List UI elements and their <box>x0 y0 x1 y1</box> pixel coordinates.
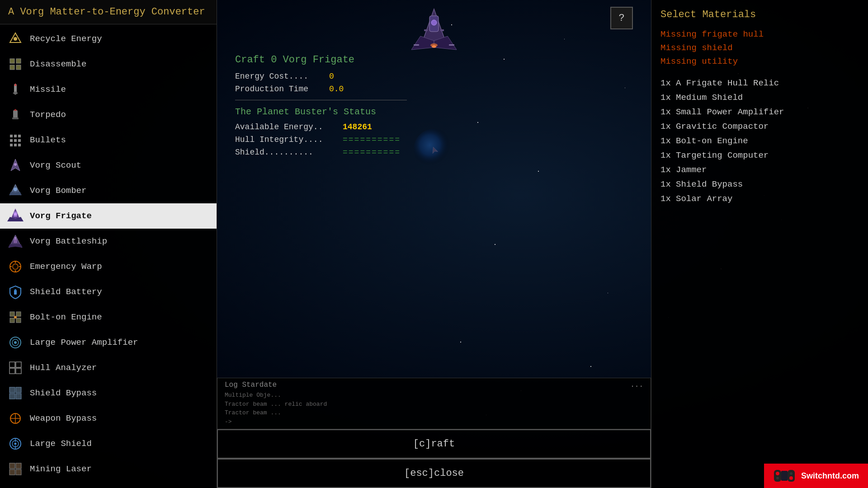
hull-integrity-label: Hull Integrity.... <box>235 135 339 144</box>
svg-point-69 <box>14 443 17 445</box>
svg-rect-2 <box>10 59 14 63</box>
svg-rect-20 <box>14 144 17 146</box>
missing-shield: Missing shield <box>660 43 859 53</box>
svg-point-81 <box>432 45 436 48</box>
list-item-shield-bypass[interactable]: Shield Bypass <box>0 380 217 406</box>
svg-point-53 <box>14 341 17 344</box>
shield-bar: ========== <box>343 148 401 157</box>
material-row-frigate-hull: 1x A Frigate Hull Relic <box>660 78 859 88</box>
material-row-gravitic-compactor: 1x Gravitic Compactor <box>660 122 859 131</box>
svg-point-82 <box>431 20 437 25</box>
list-item-vorg-scout[interactable]: Vorg Scout <box>0 153 217 178</box>
svg-rect-74 <box>9 469 15 475</box>
list-item-emergency-warp-label: Emergency Warp <box>30 262 102 272</box>
svg-rect-48 <box>10 318 14 323</box>
material-row-targeting-computer: 1x Targeting Computer <box>660 150 859 160</box>
vorg-bomber-icon <box>7 183 24 199</box>
list-item-vorg-scout-label: Vorg Scout <box>30 160 81 170</box>
list-item-torpedo[interactable]: Torpedo <box>0 102 217 127</box>
svg-point-32 <box>14 213 17 216</box>
vorg-frigate-icon <box>7 208 24 224</box>
svg-rect-75 <box>16 469 21 475</box>
production-time-row: Production Time 0.0 <box>235 84 407 94</box>
list-item-vorg-bomber[interactable]: Vorg Bomber <box>0 178 217 203</box>
mat-qty-5: 1x <box>660 150 673 160</box>
vorg-battleship-icon <box>7 233 24 249</box>
list-item-mining-laser[interactable]: Mining Laser <box>0 456 217 482</box>
svg-rect-45 <box>14 289 16 291</box>
list-item-disassemble[interactable]: Disassemble <box>0 52 217 77</box>
svg-rect-84 <box>440 29 444 31</box>
svg-rect-13 <box>10 135 13 137</box>
item-list[interactable]: Recycle Energy Disassemble <box>0 24 217 488</box>
mat-name-0: A Frigate Hull Relic <box>676 78 779 88</box>
list-item-vorg-battleship[interactable]: Vorg Battleship <box>0 229 217 254</box>
mat-name-5: Targeting Computer <box>676 150 769 160</box>
production-time-label: Production Time <box>235 84 326 94</box>
list-item-recycle-energy[interactable]: Recycle Energy <box>0 26 217 52</box>
list-item-bullets[interactable]: Bullets <box>0 127 217 153</box>
list-item-hull-analyzer-label: Hull Analyzer <box>30 363 97 373</box>
svg-rect-4 <box>10 65 14 70</box>
svg-rect-47 <box>16 312 21 316</box>
craft-button[interactable]: [c]raft <box>217 429 651 459</box>
list-item-torpedo-label: Torpedo <box>30 110 66 120</box>
svg-rect-83 <box>424 29 428 31</box>
svg-marker-35 <box>15 244 23 248</box>
list-item-missile[interactable]: Missile <box>0 77 217 102</box>
svg-point-50 <box>14 316 17 319</box>
weapon-bypass-icon <box>7 410 24 427</box>
close-button[interactable]: [esc]close <box>217 459 651 488</box>
planet-orb <box>411 127 457 174</box>
svg-rect-21 <box>18 144 21 146</box>
craft-info-overlay: Craft 0 Vorg Frigate Energy Cost.... 0 P… <box>235 54 407 160</box>
log-line-1: Multiple Obje... <box>225 391 643 400</box>
list-item-large-power-amplifier[interactable]: Large Power Amplifier <box>0 330 217 355</box>
mat-name-2: Small Power Amplifier <box>676 107 784 117</box>
large-shield-icon <box>7 436 24 452</box>
missing-frigate-hull: Missing frigate hull <box>660 29 859 39</box>
list-item-hull-analyzer[interactable]: Hull Analyzer <box>0 355 217 380</box>
ship-display <box>407 5 461 61</box>
vorg-frigate-ship-svg <box>407 5 461 59</box>
mat-name-8: Solar Array <box>676 194 732 204</box>
log-line-4: -> <box>225 418 643 427</box>
list-item-mining-laser-label: Mining Laser <box>30 464 92 474</box>
mat-qty-8: 1x <box>660 194 673 204</box>
mat-qty-6: 1x <box>660 165 673 175</box>
mat-qty-7: 1x <box>660 179 673 189</box>
materials-section: 1x A Frigate Hull Relic 1x Medium Shield… <box>660 78 859 208</box>
svg-point-92 <box>776 477 779 479</box>
question-button[interactable]: ? <box>610 7 633 29</box>
list-item-emergency-warp[interactable]: Emergency Warp <box>0 254 217 279</box>
missile-icon <box>7 81 24 98</box>
svg-marker-11 <box>14 109 17 111</box>
list-item-vorg-frigate[interactable]: Vorg Frigate <box>0 203 217 229</box>
bolt-on-engine-icon <box>7 309 24 325</box>
energy-cost-value: 0 <box>329 72 334 81</box>
svg-rect-63 <box>16 394 21 399</box>
list-item-missile-label: Missile <box>30 84 66 94</box>
list-item-vorg-battleship-label: Vorg Battleship <box>30 236 107 246</box>
list-item-shield-battery[interactable]: Shield Battery <box>0 279 217 305</box>
material-row-jammer: 1x Jammer <box>660 165 859 175</box>
switch-badge-text: Switchntd.com <box>801 471 859 481</box>
list-item-weapon-bypass[interactable]: Weapon Bypass <box>0 406 217 431</box>
list-item-large-shield[interactable]: Large Shield <box>0 431 217 456</box>
divider-1 <box>235 100 407 100</box>
material-row-medium-shield: 1x Medium Shield <box>660 93 859 103</box>
svg-rect-72 <box>9 463 15 469</box>
svg-rect-93 <box>788 470 795 482</box>
log-line-2: Tractor beam ... relic aboard <box>225 400 643 409</box>
svg-point-23 <box>14 163 17 166</box>
svg-rect-60 <box>9 387 15 393</box>
list-item-bolt-on-engine[interactable]: Bolt-on Engine <box>0 305 217 330</box>
available-energy-label: Available Energy.. <box>235 122 339 131</box>
list-item-recycle-energy-label: Recycle Energy <box>30 34 102 44</box>
switch-badge[interactable]: Switchntd.com <box>764 464 868 488</box>
hull-integrity-bar: ========== <box>343 135 401 144</box>
mat-name-1: Medium Shield <box>676 93 743 103</box>
svg-rect-86 <box>449 44 454 46</box>
left-panel: A Vorg Matter-to-Energy Converter Recycl… <box>0 0 217 488</box>
list-item-disassemble-label: Disassemble <box>30 59 86 69</box>
